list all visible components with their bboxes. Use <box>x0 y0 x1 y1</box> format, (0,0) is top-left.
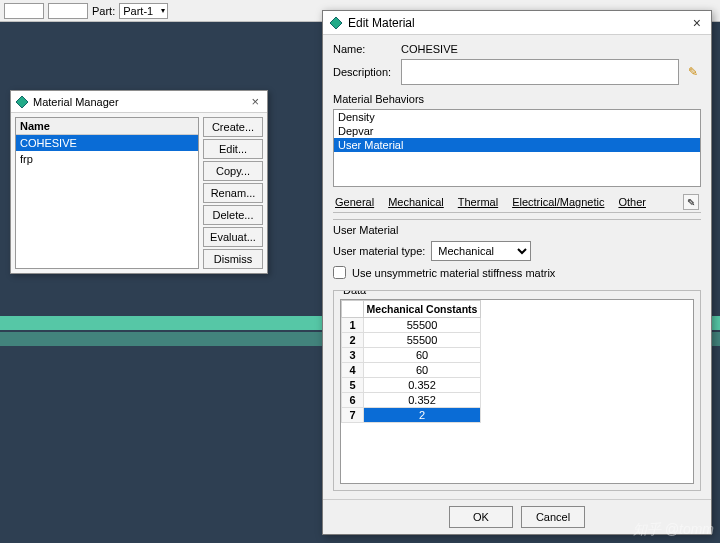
ok-button[interactable]: OK <box>449 506 513 528</box>
material-manager-body: Name COHESIVE frp Create... Edit... Copy… <box>11 113 267 273</box>
evaluate-button[interactable]: Evaluat... <box>203 227 263 247</box>
material-manager-window: Material Manager × Name COHESIVE frp Cre… <box>10 90 268 274</box>
table-row[interactable]: 60.352 <box>342 393 481 408</box>
pencil-icon[interactable]: ✎ <box>683 194 699 210</box>
row-index: 3 <box>342 348 364 363</box>
material-row-cohesive[interactable]: COHESIVE <box>16 135 198 151</box>
edit-button[interactable]: Edit... <box>203 139 263 159</box>
name-value: COHESIVE <box>401 43 458 55</box>
copy-button[interactable]: Copy... <box>203 161 263 181</box>
material-manager-title: Material Manager <box>33 96 243 108</box>
unsymmetric-label: Use unsymmetric material stiffness matri… <box>352 267 555 279</box>
cancel-button[interactable]: Cancel <box>521 506 585 528</box>
constants-header: Mechanical Constants <box>364 301 481 318</box>
close-icon[interactable]: × <box>689 15 705 31</box>
close-icon[interactable]: × <box>247 94 263 109</box>
part-label: Part: <box>92 5 115 17</box>
row-index: 2 <box>342 333 364 348</box>
row-value[interactable]: 0.352 <box>364 393 481 408</box>
row-value[interactable]: 2 <box>364 408 481 423</box>
svg-marker-0 <box>16 96 28 108</box>
dismiss-button[interactable]: Dismiss <box>203 249 263 269</box>
user-material-panel: User Material User material type: Mechan… <box>333 219 701 491</box>
tab-mechanical[interactable]: Mechanical <box>388 196 444 208</box>
row-value[interactable]: 60 <box>364 348 481 363</box>
row-value[interactable]: 0.352 <box>364 378 481 393</box>
table-row[interactable]: 50.352 <box>342 378 481 393</box>
name-field-row: Name: COHESIVE <box>333 43 701 55</box>
name-label: Name: <box>333 43 395 55</box>
edit-material-body: Name: COHESIVE Description: ✎ Material B… <box>323 35 711 499</box>
app-icon <box>15 95 29 109</box>
tab-electrical-magnetic[interactable]: Electrical/Magnetic <box>512 196 604 208</box>
behaviors-list[interactable]: Density Depvar User Material <box>333 109 701 187</box>
row-value[interactable]: 55500 <box>364 333 481 348</box>
create-button[interactable]: Create... <box>203 117 263 137</box>
data-group: Mechanical Constants 1555002555003604605… <box>333 290 701 491</box>
edit-material-footer: OK Cancel <box>323 499 711 534</box>
table-row[interactable]: 155500 <box>342 318 481 333</box>
material-list-header: Name <box>16 118 198 135</box>
description-field-row: Description: ✎ <box>333 59 701 85</box>
table-row[interactable]: 360 <box>342 348 481 363</box>
constants-table-wrap[interactable]: Mechanical Constants 1555002555003604605… <box>340 299 694 484</box>
constants-table: Mechanical Constants 1555002555003604605… <box>341 300 481 423</box>
edit-material-window: Edit Material × Name: COHESIVE Descripti… <box>322 10 712 535</box>
user-material-type-label: User material type: <box>333 245 425 257</box>
row-index: 6 <box>342 393 364 408</box>
edit-material-titlebar: Edit Material × <box>323 11 711 35</box>
svg-marker-1 <box>330 17 342 29</box>
pencil-icon[interactable]: ✎ <box>685 64 701 80</box>
material-category-tabs: General Mechanical Thermal Electrical/Ma… <box>333 191 701 213</box>
unsymmetric-row: Use unsymmetric material stiffness matri… <box>333 266 701 279</box>
row-index: 1 <box>342 318 364 333</box>
behavior-density[interactable]: Density <box>334 110 700 124</box>
table-row[interactable]: 460 <box>342 363 481 378</box>
material-row-frp[interactable]: frp <box>16 151 198 167</box>
rename-button[interactable]: Renam... <box>203 183 263 203</box>
spinner-1[interactable] <box>4 3 44 19</box>
table-row[interactable]: 255500 <box>342 333 481 348</box>
row-value[interactable]: 55500 <box>364 318 481 333</box>
user-material-heading: User Material <box>333 224 701 236</box>
edit-material-title: Edit Material <box>348 16 684 30</box>
user-material-type-select[interactable]: Mechanical <box>431 241 531 261</box>
row-index: 7 <box>342 408 364 423</box>
material-manager-titlebar: Material Manager × <box>11 91 267 113</box>
part-combo-value: Part-1 <box>123 5 153 17</box>
behaviors-label: Material Behaviors <box>333 93 701 105</box>
row-index: 4 <box>342 363 364 378</box>
spinner-2[interactable] <box>48 3 88 19</box>
table-row[interactable]: 72 <box>342 408 481 423</box>
description-label: Description: <box>333 66 395 78</box>
user-material-type-row: User material type: Mechanical <box>333 241 701 261</box>
material-manager-buttons: Create... Edit... Copy... Renam... Delet… <box>203 117 263 269</box>
row-value[interactable]: 60 <box>364 363 481 378</box>
tab-thermal[interactable]: Thermal <box>458 196 498 208</box>
behavior-depvar[interactable]: Depvar <box>334 124 700 138</box>
row-index: 5 <box>342 378 364 393</box>
tab-general[interactable]: General <box>335 196 374 208</box>
unsymmetric-checkbox[interactable] <box>333 266 346 279</box>
material-list[interactable]: Name COHESIVE frp <box>15 117 199 269</box>
behavior-user-material[interactable]: User Material <box>334 138 700 152</box>
delete-button[interactable]: Delete... <box>203 205 263 225</box>
app-icon <box>329 16 343 30</box>
part-combo[interactable]: Part-1 <box>119 3 168 19</box>
description-input[interactable] <box>401 59 679 85</box>
tab-other[interactable]: Other <box>618 196 646 208</box>
